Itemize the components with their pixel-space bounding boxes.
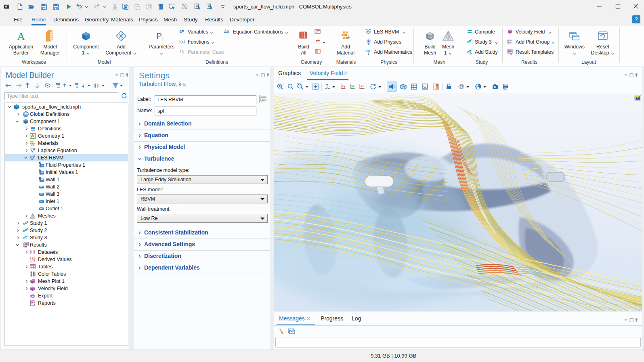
svg-text:Δu: Δu bbox=[224, 29, 229, 33]
svg-text:P: P bbox=[156, 31, 162, 40]
svg-text:D: D bbox=[39, 162, 41, 165]
svg-text:e-12: e-12 bbox=[30, 260, 35, 263]
svg-text:f(x): f(x) bbox=[179, 39, 185, 44]
svg-text:yz: yz bbox=[351, 84, 355, 88]
svg-text:i: i bbox=[183, 51, 184, 55]
svg-text:A: A bbox=[17, 30, 25, 42]
svg-text:8.85: 8.85 bbox=[30, 257, 35, 260]
svg-text:i: i bbox=[162, 36, 164, 41]
svg-text:D: D bbox=[39, 176, 41, 179]
svg-text:xz: xz bbox=[361, 84, 364, 88]
svg-text:D: D bbox=[39, 169, 41, 172]
svg-text:Δu: Δu bbox=[365, 49, 370, 53]
svg-text:xy: xy bbox=[342, 84, 345, 88]
svg-text:a=: a= bbox=[179, 29, 185, 33]
